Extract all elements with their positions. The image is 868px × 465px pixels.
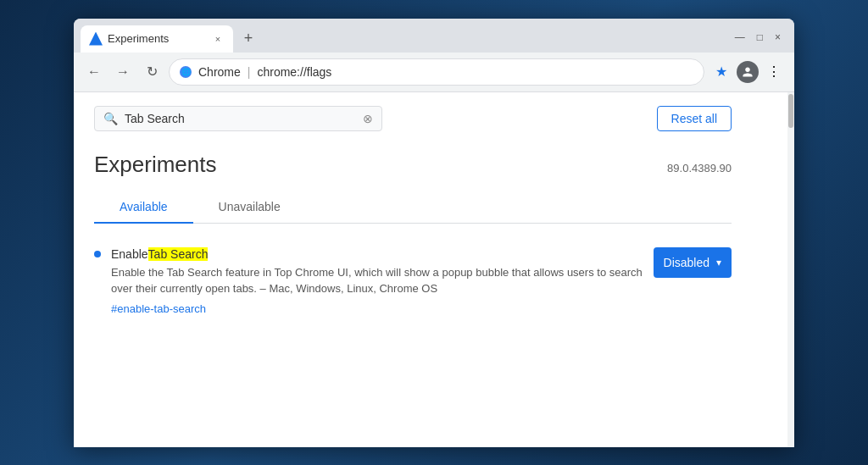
reset-all-button[interactable]: Reset all xyxy=(657,106,732,131)
search-input[interactable]: Tab Search xyxy=(125,112,356,125)
browser-toolbar: ← → ↻ 🌐 Chrome | chrome://flags ★ ⋮ xyxy=(74,53,794,91)
tab-available[interactable]: Available xyxy=(94,191,193,224)
maximize-button[interactable]: □ xyxy=(757,31,763,43)
flag-item: Enable Tab Search Enable the Tab Search … xyxy=(94,237,732,326)
url-text: chrome://flags xyxy=(257,65,331,79)
site-label: Chrome xyxy=(198,65,241,79)
search-row: 🔍 Tab Search ⊗ Reset all xyxy=(94,106,732,131)
flags-content: 🔍 Tab Search ⊗ Reset all Experiments 89.… xyxy=(74,92,752,340)
flag-status-dropdown[interactable]: Disabled ▾ xyxy=(654,247,732,278)
tab-title: Experiments xyxy=(108,32,206,45)
search-bar[interactable]: 🔍 Tab Search ⊗ xyxy=(94,106,382,131)
version-number: 89.0.4389.90 xyxy=(667,162,732,174)
window-controls: — □ × xyxy=(735,31,787,47)
minimize-button[interactable]: — xyxy=(735,31,745,43)
title-bar: Experiments × + — □ × xyxy=(74,19,794,53)
new-tab-button[interactable]: + xyxy=(236,27,260,51)
tab-close-button[interactable]: × xyxy=(211,32,225,46)
clear-search-button[interactable]: ⊗ xyxy=(363,112,373,125)
flag-description: Enable the Tab Search feature in Top Chr… xyxy=(111,264,643,297)
flag-title-plain: Enable xyxy=(111,247,148,261)
page-heading: Experiments 89.0.4389.90 xyxy=(94,152,732,178)
flag-title-row: Enable Tab Search xyxy=(111,247,643,261)
tab-favicon xyxy=(89,32,103,46)
search-icon: 🔍 xyxy=(103,112,118,125)
flag-anchor-link[interactable]: #enable-tab-search xyxy=(111,302,206,315)
account-icon[interactable] xyxy=(737,61,759,83)
close-window-button[interactable]: × xyxy=(775,31,781,43)
site-security-icon: 🌐 xyxy=(180,66,192,78)
refresh-button[interactable]: ↻ xyxy=(140,60,164,84)
forward-button[interactable]: → xyxy=(111,60,135,84)
toolbar-actions: ★ ⋮ xyxy=(709,60,786,84)
flag-details: Enable Tab Search Enable the Tab Search … xyxy=(111,247,643,316)
browser-window: Experiments × + — □ × ← → ↻ 🌐 Chrome | c… xyxy=(74,19,794,447)
dropdown-arrow-icon: ▾ xyxy=(716,257,721,268)
flag-title-highlight: Tab Search xyxy=(148,247,209,261)
menu-icon[interactable]: ⋮ xyxy=(762,60,786,84)
address-bar[interactable]: 🌐 Chrome | chrome://flags xyxy=(169,58,704,86)
back-button[interactable]: ← xyxy=(82,60,106,84)
address-separator: | xyxy=(248,65,251,79)
tabs-row: Available Unavailable xyxy=(94,191,732,224)
flag-dot-indicator xyxy=(94,251,101,257)
tab-unavailable[interactable]: Unavailable xyxy=(193,191,306,224)
page-title: Experiments xyxy=(94,152,217,178)
browser-tab[interactable]: Experiments × xyxy=(81,25,233,53)
content-area: 🔍 Tab Search ⊗ Reset all Experiments 89.… xyxy=(74,91,794,447)
scrollbar-thumb[interactable] xyxy=(788,94,793,128)
dropdown-label: Disabled xyxy=(664,256,709,269)
bookmark-star-icon[interactable]: ★ xyxy=(709,60,733,84)
scrollbar[interactable] xyxy=(787,92,794,447)
